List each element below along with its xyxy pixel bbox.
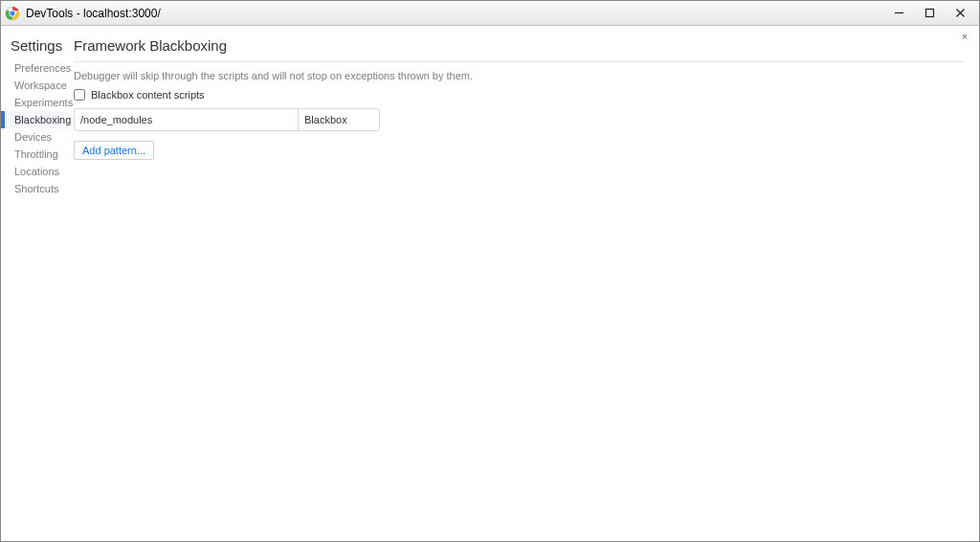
sidebar-item-workspace[interactable]: Workspace	[1, 77, 64, 94]
sidebar-item-blackboxing[interactable]: Blackboxing	[1, 111, 64, 128]
sidebar-item-experiments[interactable]: Experiments	[1, 94, 64, 111]
sidebar-item-preferences[interactable]: Preferences	[1, 59, 64, 77]
divider	[74, 61, 964, 62]
chrome-icon	[5, 6, 20, 21]
blackbox-content-scripts-row[interactable]: Blackbox content scripts	[74, 89, 964, 101]
minimize-button[interactable]	[883, 1, 914, 26]
close-window-button[interactable]	[945, 1, 975, 26]
window-controls	[883, 1, 975, 26]
pattern-table: /node_modules Blackbox	[74, 108, 380, 131]
pattern-cell-pattern: /node_modules	[75, 109, 298, 130]
pattern-cell-behavior: Blackbox	[298, 109, 379, 130]
sidebar-title: Settings	[1, 32, 64, 59]
pattern-row[interactable]: /node_modules Blackbox	[75, 109, 379, 130]
page-title: Framework Blackboxing	[74, 35, 964, 61]
sidebar-item-shortcuts[interactable]: Shortcuts	[1, 180, 64, 197]
svg-point-1	[10, 10, 15, 15]
svg-rect-3	[925, 10, 933, 17]
sidebar-item-devices[interactable]: Devices	[1, 128, 64, 146]
settings-main-panel: × Framework Blackboxing Debugger will sk…	[64, 26, 979, 541]
checkbox-label: Blackbox content scripts	[91, 89, 205, 101]
sidebar-item-locations[interactable]: Locations	[1, 163, 64, 180]
close-panel-button[interactable]: ×	[958, 30, 971, 43]
blackbox-content-scripts-checkbox[interactable]	[74, 89, 85, 101]
window-title: DevTools - localhost:3000/	[26, 7, 883, 20]
window-titlebar: DevTools - localhost:3000/	[1, 1, 979, 26]
add-pattern-button[interactable]: Add pattern...	[74, 141, 154, 160]
settings-sidebar: Settings Preferences Workspace Experimen…	[1, 26, 64, 541]
maximize-button[interactable]	[914, 1, 945, 26]
page-description: Debugger will skip through the scripts a…	[74, 70, 964, 81]
sidebar-item-throttling[interactable]: Throttling	[1, 146, 64, 163]
